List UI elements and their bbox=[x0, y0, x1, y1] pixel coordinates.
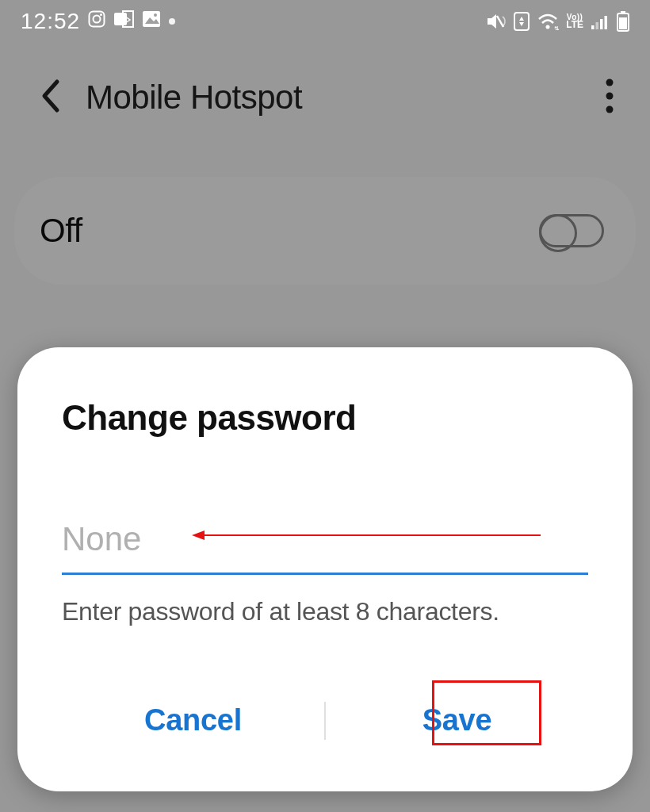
wifi-icon: ⇅ bbox=[537, 13, 559, 30]
svg-point-14 bbox=[546, 25, 550, 29]
mute-vibrate-icon bbox=[486, 12, 507, 31]
status-time: 12:52 bbox=[21, 9, 80, 34]
svg-point-5 bbox=[100, 13, 102, 16]
svg-point-4 bbox=[94, 16, 101, 23]
instagram-icon bbox=[88, 10, 105, 33]
svg-line-12 bbox=[497, 16, 503, 27]
password-helper-text: Enter password of at least 8 characters. bbox=[62, 597, 588, 626]
volte-indicator: Vo)) LTE bbox=[566, 14, 583, 29]
svg-point-10 bbox=[154, 13, 157, 17]
outlook-icon bbox=[113, 10, 134, 33]
dialog-actions: Cancel Save bbox=[62, 672, 588, 766]
dialog-title: Change password bbox=[62, 398, 588, 438]
notification-dot-icon bbox=[169, 18, 175, 25]
svg-rect-13 bbox=[514, 13, 529, 30]
gallery-icon bbox=[142, 10, 161, 33]
battery-icon bbox=[617, 11, 629, 32]
recycle-icon bbox=[514, 12, 530, 31]
save-button[interactable]: Save bbox=[326, 688, 588, 753]
svg-marker-11 bbox=[488, 14, 496, 29]
svg-rect-3 bbox=[90, 12, 105, 27]
svg-rect-22 bbox=[619, 17, 627, 29]
cancel-button[interactable]: Cancel bbox=[62, 688, 324, 753]
signal-icon bbox=[591, 13, 610, 30]
svg-rect-16 bbox=[591, 25, 595, 29]
svg-rect-18 bbox=[600, 19, 603, 29]
svg-rect-19 bbox=[605, 16, 608, 29]
status-bar: 12:52 ⇅ Vo)) LTE bbox=[0, 0, 650, 43]
svg-text:⇅: ⇅ bbox=[554, 25, 559, 30]
password-input[interactable] bbox=[62, 517, 588, 575]
svg-rect-17 bbox=[596, 22, 599, 29]
change-password-dialog: Change password Enter password of at lea… bbox=[17, 347, 633, 791]
